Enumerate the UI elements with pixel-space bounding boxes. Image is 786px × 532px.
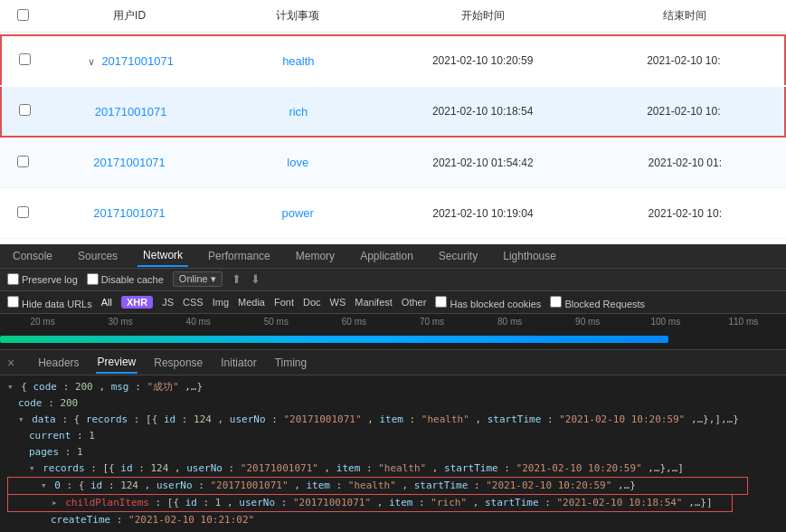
tl-label-110ms: 110 ms <box>705 317 782 327</box>
header-userid: 用户ID <box>45 8 213 24</box>
row-checkbox-1[interactable] <box>2 53 47 68</box>
upload-icon: ⬆ <box>232 272 241 286</box>
download-icon: ⬇ <box>251 272 260 286</box>
json-line-childplanitems: childPlanItems : [{ id : 1 , userNo : "2… <box>7 495 733 512</box>
tab-sources[interactable]: Sources <box>72 246 123 266</box>
toggle-childplan[interactable] <box>52 497 58 508</box>
has-blocked-cookies-label[interactable]: Has blocked cookies <box>435 296 541 309</box>
online-dropdown[interactable]: Online ▾ <box>173 271 223 287</box>
filter-css[interactable]: CSS <box>183 297 204 308</box>
disable-cache-label[interactable]: Disable cache <box>87 273 164 285</box>
row-starttime-3: 2021-02-10 01:54:42 <box>382 157 583 169</box>
devtools-panel: Console Sources Network Performance Memo… <box>0 244 786 532</box>
row-checkbox-3[interactable] <box>0 156 45 170</box>
tab-console[interactable]: Console <box>7 246 58 266</box>
tab-memory[interactable]: Memory <box>290 246 340 266</box>
filter-js[interactable]: JS <box>162 297 174 308</box>
row-endtime-3: 2021-02-10 01: <box>584 157 786 169</box>
tl-label-30ms: 30 ms <box>81 317 159 327</box>
timeline-track <box>0 330 786 349</box>
blocked-requests-text: Blocked Requests <box>564 299 645 309</box>
json-line-createtime: createTime : "2021-02-10 10:21:02" <box>7 512 779 528</box>
tl-label-40ms: 40 ms <box>159 317 237 327</box>
row-endtime-2: 2021-02-10 10: <box>583 105 784 118</box>
devtools-toolbar: Preserve log Disable cache Online ▾ ⬆ ⬇ <box>0 269 786 291</box>
filter-doc[interactable]: Doc <box>303 297 321 308</box>
row-endtime-1: 2021-02-10 10: <box>583 54 784 67</box>
json-line-code: code : 200 <box>7 395 779 412</box>
row-plan-4: power <box>213 206 382 220</box>
tl-label-80ms: 80 ms <box>471 317 549 327</box>
tab-timing[interactable]: Timing <box>273 353 309 373</box>
request-panel: × Headers Preview Response Initiator Tim… <box>0 350 786 532</box>
filter-xhr[interactable]: XHR <box>121 296 153 309</box>
preserve-log-text: Preserve log <box>22 274 78 285</box>
blocked-requests-checkbox[interactable] <box>550 296 562 308</box>
devtools-tabs-bar: Console Sources Network Performance Memo… <box>0 244 786 269</box>
json-line-data: data : { records : [{ id : 124 , userNo … <box>7 412 779 428</box>
filter-all[interactable]: All <box>101 297 112 308</box>
tab-security[interactable]: Security <box>433 246 483 266</box>
timeline-progress <box>0 336 668 343</box>
json-line-current: current : 1 <box>7 428 779 444</box>
header-check <box>0 9 45 24</box>
table-area: 用户ID 计划事项 开始时间 结束时间 ∨ 20171001071 health… <box>0 0 786 244</box>
row-userid-3: 20171001071 <box>45 156 213 169</box>
tab-performance[interactable]: Performance <box>203 246 276 266</box>
tab-headers[interactable]: Headers <box>36 353 80 373</box>
panel-tabs: × Headers Preview Response Initiator Tim… <box>0 350 786 375</box>
hide-data-urls-label[interactable]: Hide data URLs <box>7 296 92 309</box>
tab-response[interactable]: Response <box>152 353 204 373</box>
hide-data-urls-checkbox[interactable] <box>7 296 19 308</box>
table-row: ∨ 20171001071 health 2021-02-10 10:20:59… <box>0 34 786 85</box>
toggle-record0[interactable] <box>41 480 47 491</box>
json-line-record0: 0 : { id : 124 , userNo : "20171001071" … <box>7 477 748 495</box>
filter-ws[interactable]: WS <box>330 297 346 308</box>
tl-label-90ms: 90 ms <box>549 317 627 327</box>
header-plan: 计划事项 <box>213 8 382 24</box>
row-checkbox-2[interactable] <box>2 104 47 119</box>
row-userid-1: ∨ 20171001071 <box>47 54 214 68</box>
table-row: 20171001071 rich 2021-02-10 10:18:54 202… <box>0 87 786 138</box>
online-text: Online <box>179 273 208 284</box>
filter-manifest[interactable]: Manifest <box>355 297 393 308</box>
row-plan-2: rich <box>214 105 382 119</box>
dropdown-arrow-icon: ▾ <box>211 273 216 284</box>
has-blocked-cookies-checkbox[interactable] <box>435 296 447 308</box>
table-row: 20171001071 love 2021-02-10 01:54:42 202… <box>0 138 786 188</box>
toggle-records[interactable] <box>29 462 35 474</box>
tl-label-60ms: 60 ms <box>315 317 393 327</box>
row-userid-4: 20171001071 <box>45 206 213 220</box>
filter-other[interactable]: Other <box>402 297 427 308</box>
timeline-bar: 20 ms 30 ms 40 ms 50 ms 60 ms 70 ms 80 m… <box>0 314 786 350</box>
disable-cache-text: Disable cache <box>101 274 164 285</box>
tl-label-100ms: 100 ms <box>627 317 705 327</box>
table-row: 20171001071 power 2021-02-10 10:19:04 20… <box>0 188 786 239</box>
tab-lighthouse[interactable]: Lighthouse <box>497 246 562 266</box>
filter-img[interactable]: Img <box>213 297 229 308</box>
toggle-data[interactable] <box>18 413 24 425</box>
disable-cache-checkbox[interactable] <box>87 273 99 285</box>
filter-font[interactable]: Font <box>274 297 294 308</box>
header-checkbox[interactable] <box>17 9 29 21</box>
row-starttime-4: 2021-02-10 10:19:04 <box>382 207 583 220</box>
preserve-log-label[interactable]: Preserve log <box>7 273 78 285</box>
json-line-pages: pages : 1 <box>7 444 779 461</box>
panel-content: { code : 200 , msg : "成功" ,…} code : 200… <box>0 375 786 532</box>
tab-initiator[interactable]: Initiator <box>219 353 258 373</box>
row-userid-2: 20171001071 <box>47 105 214 119</box>
tab-network[interactable]: Network <box>137 245 188 267</box>
preserve-log-checkbox[interactable] <box>7 273 19 285</box>
toggle-root[interactable] <box>7 381 14 393</box>
has-blocked-cookies-text: Has blocked cookies <box>450 299 541 309</box>
json-line-root: { code : 200 , msg : "成功" ,…} <box>7 379 779 395</box>
close-icon[interactable]: × <box>7 356 14 370</box>
filter-media[interactable]: Media <box>238 297 265 308</box>
table-header: 用户ID 计划事项 开始时间 结束时间 <box>0 0 786 33</box>
row-plan-3: love <box>213 156 382 169</box>
json-line-records: records : [{ id : 124 , userNo : "201710… <box>7 461 779 477</box>
row-checkbox-4[interactable] <box>0 206 45 221</box>
tab-preview[interactable]: Preview <box>96 352 138 374</box>
tab-application[interactable]: Application <box>355 246 419 266</box>
blocked-requests-label[interactable]: Blocked Requests <box>550 296 645 309</box>
